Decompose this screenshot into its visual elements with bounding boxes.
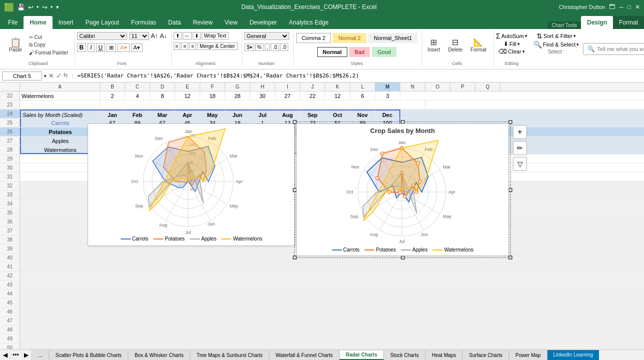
chart1-container[interactable]: Jan Feb Mar Apr May Jun Jul Aug Sep Oct … [88,124,295,246]
search-input[interactable] [597,46,644,52]
row-num-39[interactable]: 39 [0,244,20,253]
redo-dropdown-icon[interactable]: ▾ [51,4,53,10]
tab-power-map[interactable]: Power Map [509,350,547,360]
row-num-34[interactable]: 34 [0,200,20,208]
col-header-N[interactable]: N [400,82,425,91]
row-num-43[interactable]: 43 [0,280,20,289]
italic-button[interactable]: I [88,43,94,52]
style-normalsheet1[interactable]: Normal_Sheet1 [368,33,417,43]
col-header-O[interactable]: O [425,82,450,91]
cell-A22[interactable]: Watermelons [20,92,100,100]
col-header-B[interactable]: B [100,82,125,91]
cell-B22[interactable]: 2 [100,92,125,100]
formula-confirm-icon[interactable]: ✓ [56,72,62,80]
tab-page-layout[interactable]: Page Layout [80,16,125,29]
font-color-icon[interactable]: A▾ [131,44,143,52]
tab-radar-charts[interactable]: Radar Charts [339,350,384,360]
row-num-38[interactable]: 38 [0,236,20,244]
col-header-G[interactable]: G [225,82,250,91]
row-num-26[interactable]: 26 [0,128,20,136]
save-icon[interactable]: 💾 [17,4,25,11]
tab-data[interactable]: Data [162,16,187,29]
cell-G24[interactable]: Jun [225,110,250,118]
col-header-C[interactable]: C [125,82,150,91]
cell-D22[interactable]: 8 [150,92,175,100]
percent-icon[interactable]: % [255,44,264,51]
row-num-27[interactable]: 27 [0,136,20,145]
borders-icon[interactable]: ⊞ [107,44,116,52]
tab-ellipsis[interactable]: ... [32,350,49,360]
cell-C24[interactable]: Feb [125,110,150,118]
cell-H24[interactable]: Jul [250,110,275,118]
sheet-nav-dots[interactable]: ••• [11,350,21,360]
style-normal2[interactable]: Normal 2 [333,33,366,43]
cell-M24[interactable]: Dec [375,110,400,118]
clear-dropdown[interactable]: ▾ [522,49,525,54]
paste-button[interactable]: 📋 Paste [6,37,25,54]
fill-color-icon[interactable]: A▾ [118,44,129,52]
autosum-icon[interactable]: Σ [496,32,500,40]
col-header-A[interactable]: A [20,82,100,91]
style-normal[interactable]: Normal [317,47,347,57]
tab-file[interactable]: File [2,16,24,29]
tab-heat-maps[interactable]: Heat Maps [425,350,462,360]
row-num-23[interactable]: 23 [0,100,20,109]
col-header-P[interactable]: P [450,82,475,91]
copy-button[interactable]: ⧉ Copy [27,42,71,48]
find-select-icon[interactable]: 🔍 [533,40,542,48]
row-num-24[interactable]: 24 [0,110,20,118]
cut-button[interactable]: ✂ Cut [27,34,71,40]
sheet-nav-right[interactable]: ▶ [21,350,32,360]
cell-I22[interactable]: 27 [275,92,300,100]
tab-surface-charts[interactable]: Surface Charts [462,350,509,360]
row-num-29[interactable]: 29 [0,154,20,163]
tab-review[interactable]: Review [187,16,218,29]
row-num-37[interactable]: 37 [0,226,20,235]
col-header-L[interactable]: L [350,82,375,91]
tab-developer[interactable]: Developer [244,16,283,29]
cell-B24[interactable]: Jan [100,110,125,118]
find-select-dropdown[interactable]: ▾ [576,42,579,47]
currency-icon[interactable]: $▾ [245,44,254,51]
number-format-select[interactable]: General [244,32,289,40]
cell-E24[interactable]: Apr [175,110,200,118]
font-grow-icon[interactable]: A↑ [151,32,158,40]
font-size-select[interactable]: 11 [129,32,149,40]
align-left-icon[interactable]: ≡ [174,42,181,50]
row-num-36[interactable]: 36 [0,218,20,226]
redo-icon[interactable]: ↪ [42,4,48,11]
tab-analytics-edge[interactable]: Analytics Edge [283,16,334,29]
col-header-Q[interactable]: Q [475,82,500,91]
row-num-25[interactable]: 25 [0,118,20,127]
row-num-31[interactable]: 31 [0,172,20,181]
col-header-M[interactable]: M [375,82,400,91]
row-num-22[interactable]: 22 [0,92,20,100]
cell-I24[interactable]: Aug [275,110,300,118]
tab-box-whisker[interactable]: Box & Whisker Charts [128,350,190,360]
col-header-I[interactable]: I [275,82,300,91]
tab-scatter-plots[interactable]: Scatter Plots & Bubble Charts [49,350,128,360]
ribbon-toggle-icon[interactable]: 🗔 [609,4,615,10]
font-name-select[interactable]: Calibri [77,32,127,40]
merge-center-button[interactable]: Merge & Center [197,42,238,50]
sheet-nav-left[interactable]: ◀ [0,350,11,360]
cell-K24[interactable]: Oct [325,110,350,118]
autosum-dropdown[interactable]: ▾ [525,34,527,38]
underline-button[interactable]: U [96,43,106,52]
bold-button[interactable]: B [77,43,87,52]
col-header-E[interactable]: E [175,82,200,91]
insert-button[interactable]: ⊞ Insert [424,36,443,54]
cell-C22[interactable]: 4 [125,92,150,100]
undo-dropdown-icon[interactable]: ▾ [37,4,39,10]
tab-home[interactable]: Home [24,16,52,29]
cell-J22[interactable]: 22 [300,92,325,100]
delete-button[interactable]: ⊟ Delete [445,36,465,54]
tab-tree-maps[interactable]: Tree Maps & Sunburst Charts [190,350,269,360]
align-middle-icon[interactable]: ↔ [183,32,192,40]
wrap-text-button[interactable]: Wrap Text [202,32,229,40]
row-num-28[interactable]: 28 [0,146,20,154]
tab-format[interactable]: Format [613,16,644,29]
col-header-D[interactable]: D [150,82,175,91]
font-shrink-icon[interactable]: A↓ [160,32,167,40]
formula-cancel-icon[interactable]: ✕ [49,72,54,80]
